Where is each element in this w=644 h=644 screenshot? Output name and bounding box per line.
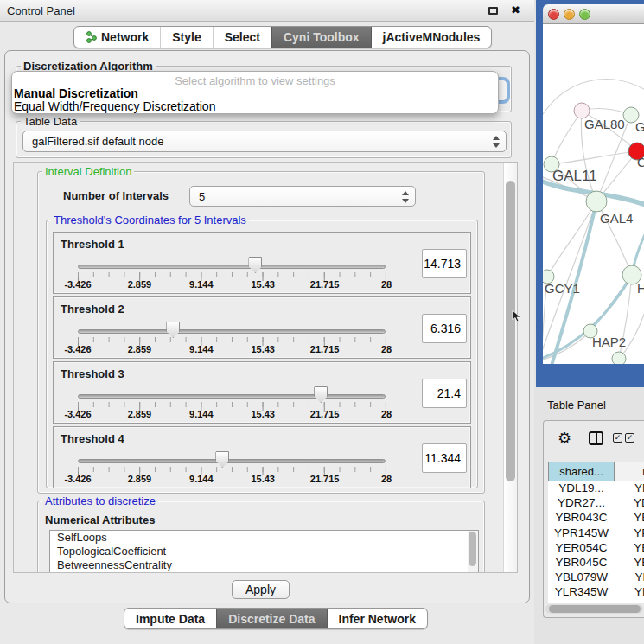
settings-scroll-area: Interval Definition Number of Intervals … (13, 162, 518, 573)
threshold-3-slider-thumb[interactable] (314, 386, 328, 403)
threshold-3-panel: Threshold 3 -3.4262.8599.14415.4321.7152… (53, 361, 471, 424)
threshold-2-value-field[interactable]: 6.316 (422, 314, 467, 343)
close-icon[interactable]: ✖ (511, 3, 520, 16)
combo-spinner-icon (493, 135, 500, 149)
slider-scale-label: 15.43 (251, 409, 275, 419)
window-title: Control Panel (7, 4, 75, 17)
table-cell[interactable]: YBR0 (615, 511, 644, 526)
split-columns-icon[interactable] (589, 431, 603, 445)
node-gal4[interactable] (586, 191, 607, 212)
threshold-1-value-field[interactable]: 14.713 (422, 249, 467, 278)
table-cell[interactable]: YBL079W (548, 571, 615, 585)
popup-placeholder: Select algorithm to view settings (12, 72, 498, 87)
apply-button[interactable]: Apply (232, 580, 290, 599)
close-traffic-light[interactable] (548, 9, 559, 20)
table-row[interactable]: YBR043CYBR0 (548, 511, 644, 526)
slider-scale-label: -3.426 (64, 409, 91, 419)
attribute-list-item[interactable]: TopologicalCoefficient (50, 545, 478, 558)
table-row[interactable]: YER054CYER0 (548, 541, 644, 556)
tab-network[interactable]: Network (74, 27, 160, 48)
table-cell[interactable]: YPR1 (615, 526, 644, 541)
table-data-combo[interactable]: galFiltered.sif default node (22, 131, 507, 152)
popup-option-manual[interactable]: Manual Discretization (12, 87, 498, 100)
attribute-list-item[interactable]: BetweennessCentrality (50, 558, 478, 572)
table-row[interactable]: YLR345WYLR3 (548, 585, 644, 600)
table-cell[interactable]: YBR045C (548, 556, 615, 571)
threshold-3-slider-track[interactable] (78, 394, 386, 399)
threshold-3-value-field[interactable]: 21.4 (422, 379, 467, 408)
table-row[interactable]: YIL052CYIL0 (548, 601, 644, 604)
table-row[interactable]: YDR27...YDR2 (548, 496, 644, 511)
table-scrollbar-thumb[interactable] (549, 605, 641, 613)
table-rows[interactable]: YDL19...YDL1YDR27...YDR2YBR043CYBR0YPR14… (548, 481, 644, 603)
table-panel-header: Table Panel (536, 387, 644, 420)
table-cell[interactable]: YDL19... (548, 481, 615, 496)
gear-icon[interactable]: ⚙ (558, 429, 571, 448)
tab-infer-network[interactable]: Infer Network (327, 609, 427, 628)
slider-scale-label: 9.144 (189, 409, 214, 419)
table-cell[interactable]: YIL052C (548, 601, 615, 604)
table-row[interactable]: YDL19...YDL1 (548, 481, 644, 496)
slider-scale-label: 15.43 (251, 279, 275, 290)
slider-scale-label: 21.715 (310, 474, 340, 484)
attribute-list-item[interactable]: SelfLoops (50, 531, 478, 545)
threshold-1-slider-track[interactable] (78, 265, 386, 269)
network-canvas[interactable]: GAL80 G C GAL11 GAL4 GCY1 H HAP2 (543, 24, 644, 364)
threshold-1-slider-thumb[interactable] (248, 257, 262, 273)
float-window-icon[interactable] (488, 7, 498, 15)
table-cell[interactable]: YBR0 (615, 556, 644, 571)
threshold-2-panel: Threshold 2 -3.4262.8599.14415.4321.7152… (53, 296, 471, 359)
table-row[interactable]: YBL079WYBL0 (548, 571, 644, 585)
attributes-scrollbar-thumb[interactable] (469, 532, 476, 566)
table-cell[interactable]: YDR2 (615, 496, 644, 511)
table-row[interactable]: YPR145WYPR1 (548, 526, 644, 541)
threshold-2-slider-thumb[interactable] (166, 322, 180, 338)
column-header-name[interactable]: na (615, 462, 644, 481)
tab-jactivemnodules[interactable]: jActiveMNodules (371, 27, 492, 48)
table-cell[interactable]: YBL0 (615, 571, 644, 585)
network-graph (543, 24, 644, 364)
node-bottom[interactable] (612, 352, 626, 364)
checkbox-icon[interactable]: ✓ (613, 433, 622, 443)
table-cell[interactable]: YLR3 (615, 585, 644, 600)
network-window-frame: GAL80 G C GAL11 GAL4 GCY1 H HAP2 (536, 0, 644, 393)
table-cell[interactable]: YDR27... (548, 496, 615, 511)
slider-scale-label: 9.144 (189, 474, 214, 484)
column-header-shared-name[interactable]: shared... (548, 462, 615, 481)
table-cell[interactable]: YBR043C (548, 511, 615, 526)
tab-style[interactable]: Style (160, 27, 212, 48)
control-panel-window: Control Panel ✖ Network Style Select Cyn… (0, 0, 534, 644)
tab-impute-data[interactable]: Impute Data (124, 609, 216, 628)
slider-scale-label: -3.426 (64, 344, 91, 354)
settings-scrollbar-thumb[interactable] (506, 181, 515, 481)
table-cell[interactable]: YLR345W (548, 585, 615, 600)
table-cell[interactable]: YDL1 (615, 481, 644, 496)
threshold-4-slider-track[interactable] (78, 459, 386, 463)
threshold-4-slider-thumb[interactable] (215, 451, 229, 468)
tab-select[interactable]: Select (213, 27, 271, 48)
number-of-intervals-combo[interactable]: 5 (189, 186, 416, 207)
minimize-traffic-light[interactable] (564, 9, 575, 20)
slider-scale-label: 15.43 (251, 344, 275, 354)
screen: Control Panel ✖ Network Style Select Cyn… (0, 0, 644, 644)
tab-cyni-toolbox[interactable]: Cyni Toolbox (271, 27, 371, 48)
node-label-h: H (637, 281, 644, 296)
table-row[interactable]: YBR045CYBR0 (548, 556, 644, 571)
tab-discretize-data[interactable]: Discretize Data (216, 609, 326, 628)
table-cell[interactable]: YPR145W (548, 526, 615, 541)
slider-scale-label: 28 (381, 279, 392, 290)
zoom-traffic-light[interactable] (579, 9, 590, 20)
table-header-row: shared... na (548, 462, 644, 481)
table-cell[interactable]: YER0 (615, 541, 644, 556)
slider-scale-label: 2.859 (128, 474, 152, 484)
numerical-attributes-list[interactable]: SelfLoopsTopologicalCoefficientBetweenne… (49, 530, 479, 573)
threshold-4-value-field[interactable]: 11.344 (422, 443, 467, 473)
checkbox-icon[interactable]: ✓ (625, 433, 634, 443)
bottom-tab-bar: Impute Data Discretize Data Infer Networ… (124, 608, 428, 629)
threshold-2-slider-track[interactable] (78, 329, 386, 334)
popup-option-equal-width[interactable]: Equal Width/Frequency Discretization (12, 100, 498, 113)
table-cell[interactable]: YIL0 (615, 601, 644, 604)
slider-scale-label: 2.859 (128, 344, 152, 354)
settings-scrollbar (503, 163, 517, 572)
table-cell[interactable]: YER054C (548, 541, 615, 556)
